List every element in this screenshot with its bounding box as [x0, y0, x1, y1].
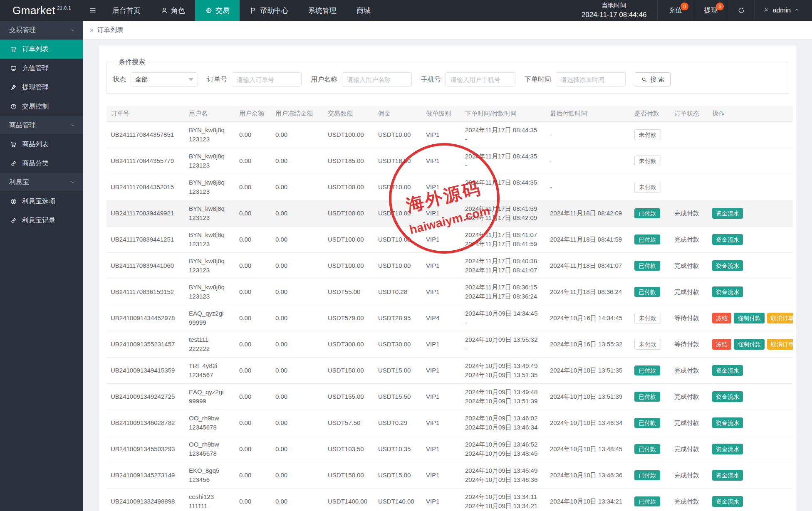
order-no-cell: UB2410091332498898 [106, 489, 185, 511]
order-status-cell: 完成付款 [670, 200, 708, 227]
sidebar-item-goods-list[interactable]: 商品列表 [0, 135, 83, 154]
sidebar-group-trade-mgmt[interactable]: 交易管理 [0, 21, 83, 39]
freeze-button[interactable]: 冻结 [712, 313, 731, 323]
username-cell: ceshi123111111 [185, 489, 235, 511]
order-time-cell: 2024年11月17日 08:44:35- [461, 122, 546, 148]
nav-item-dashboard[interactable]: 后台首页 [102, 0, 151, 21]
local-time-label: 当地时间 [602, 1, 626, 10]
flow-button[interactable]: 资金流水 [712, 444, 743, 454]
balance-cell: 0.00 [235, 305, 271, 331]
freeze-button[interactable]: 冻结 [712, 339, 731, 350]
username-cell: OO_rh9bw12345678 [185, 410, 235, 436]
sidebar-item-lixibao-records[interactable]: 利息宝记录 [0, 211, 83, 230]
order-status-cell: 完成付款 [670, 253, 708, 279]
flow-button[interactable]: 资金流水 [712, 208, 743, 219]
commission-cell: USDT15.00 [374, 358, 422, 384]
search-button[interactable]: 搜 索 [635, 72, 671, 86]
sidebar-group-lixibao[interactable]: 利息宝 [0, 173, 83, 192]
nav-item-label: 系统管理 [308, 6, 337, 15]
refresh-button[interactable] [728, 0, 754, 21]
cancel-button[interactable]: 取消订单 [767, 313, 793, 323]
nav-item-trade[interactable]: 交易 [195, 0, 240, 21]
balance-cell: 0.00 [235, 174, 271, 200]
amount-cell: USDT103.50 [324, 436, 374, 462]
sidebar-item-goods-category[interactable]: 商品分类 [0, 154, 83, 173]
sidebar-item-lixibao-options[interactable]: 利息宝选项 [0, 192, 83, 211]
nav-item-label: 帮助中心 [260, 6, 288, 15]
nav-item-roles[interactable]: 角色 [151, 0, 195, 21]
nav-item-label: 交易 [215, 6, 230, 15]
order-time-cell: 2024年11月17日 08:44:35- [461, 148, 546, 174]
status-filter-label: 状态 [113, 75, 126, 84]
last-pay-time-cell: 2024年10月16日 13:55:32 [546, 331, 630, 358]
last-pay-time-cell: 2024年10月10日 13:51:35 [546, 358, 630, 384]
order-time-input[interactable] [556, 72, 626, 86]
actions-cell: 资金流水 [708, 410, 793, 436]
sidebar-item-order-list[interactable]: 订单列表 [0, 39, 83, 59]
phone-input[interactable] [446, 72, 515, 86]
sidebar-item-label: 充值管理 [22, 64, 49, 73]
column-header: 订单状态 [670, 106, 708, 122]
commission-cell: USDT18.50 [374, 148, 422, 174]
flow-button[interactable]: 资金流水 [712, 286, 743, 297]
flow-button[interactable]: 资金流水 [712, 391, 743, 402]
nav-item-mall[interactable]: 商城 [347, 0, 381, 21]
sidebar-group-goods-mgmt[interactable]: 商品管理 [0, 116, 83, 135]
level-cell: VIP1 [422, 227, 461, 253]
flow-button[interactable]: 资金流水 [712, 470, 743, 481]
last-pay-time-cell: 2024年10月10日 13:48:45 [546, 436, 630, 462]
flow-button[interactable]: 资金流水 [712, 496, 743, 507]
paid-status-badge: 已付款 [634, 392, 660, 402]
hamburger-icon[interactable] [83, 0, 102, 21]
sidebar-group-label: 交易管理 [9, 26, 36, 35]
actions-cell: 资金流水 [708, 384, 793, 410]
order-no-cell: UB2411170836159152 [106, 279, 185, 305]
username-cell: BYN_kw8j8q123123 [185, 279, 235, 305]
amount-cell: USDT55.00 [324, 279, 374, 305]
force-button[interactable]: 强制付款 [734, 339, 765, 350]
actions-cell: 资金流水 [708, 227, 793, 253]
admin-menu[interactable]: admin [754, 0, 812, 21]
flow-button[interactable]: 资金流水 [712, 234, 743, 245]
status-select[interactable]: 全部 [131, 72, 198, 86]
sidebar-item-recharge-mgmt[interactable]: 充值管理 [0, 59, 83, 78]
order-time-cell: 2024年10月09日 14:34:45- [461, 305, 546, 331]
commission-cell: USDT10.00 [374, 227, 422, 253]
column-header: 最后付款时间 [546, 106, 630, 122]
recharge-button[interactable]: 充值 0 [657, 0, 693, 21]
amount-cell: USDT1400.00 [324, 489, 374, 511]
nav-item-system[interactable]: 系统管理 [298, 0, 347, 21]
frozen-cell: 0.00 [271, 174, 324, 200]
local-time-value: 2024-11-17 08:44:46 [582, 10, 647, 20]
balance-cell: 0.00 [235, 489, 271, 511]
amount-cell: USDT100.00 [324, 174, 374, 200]
sidebar-item-trade-control[interactable]: 交易控制 [0, 97, 83, 116]
level-cell: VIP1 [422, 410, 461, 436]
order-time-cell: 2024年10月09日 13:46:522024年10月09日 13:48:45 [461, 436, 546, 462]
order-no-input[interactable] [232, 72, 302, 86]
navbar-right: 当地时间 2024-11-17 08:44:46 充值 0 提现 0 admin [571, 0, 812, 21]
paid-status-badge: 已付款 [634, 235, 660, 244]
order-no-cell: UB2410091345503293 [106, 436, 185, 462]
actions-cell: 冻结强制付款取消订单 [708, 331, 793, 358]
chevdown-icon [70, 122, 76, 128]
force-button[interactable]: 强制付款 [734, 313, 765, 323]
sidebar-item-withdraw-mgmt[interactable]: 提现管理 [0, 78, 83, 97]
last-pay-time-cell: - [546, 174, 630, 200]
table-row: UB2411170844355779BYN_kw8j8q1231230.000.… [106, 148, 793, 174]
nav-item-label: 商城 [356, 6, 371, 15]
withdraw-button[interactable]: 提现 0 [693, 0, 728, 21]
user-name-input[interactable] [342, 72, 412, 86]
content: 条件搜索 状态全部订单号用户名称手机号下单时间搜 索 订单号用户名用户余额用户冻… [83, 39, 812, 511]
amount-cell: USDT150.00 [324, 358, 374, 384]
sidebar-item-label: 商品分类 [22, 159, 49, 168]
cart-icon [10, 141, 17, 148]
flow-button[interactable]: 资金流水 [712, 260, 743, 271]
scales-icon [205, 7, 213, 14]
nav-item-help-center[interactable]: 帮助中心 [240, 0, 298, 21]
flow-button[interactable]: 资金流水 [712, 365, 743, 376]
balance-cell: 0.00 [235, 384, 271, 410]
flow-button[interactable]: 资金流水 [712, 417, 743, 428]
cancel-button[interactable]: 取消订单 [767, 339, 793, 350]
paid-status-badge: 已付款 [634, 287, 660, 297]
